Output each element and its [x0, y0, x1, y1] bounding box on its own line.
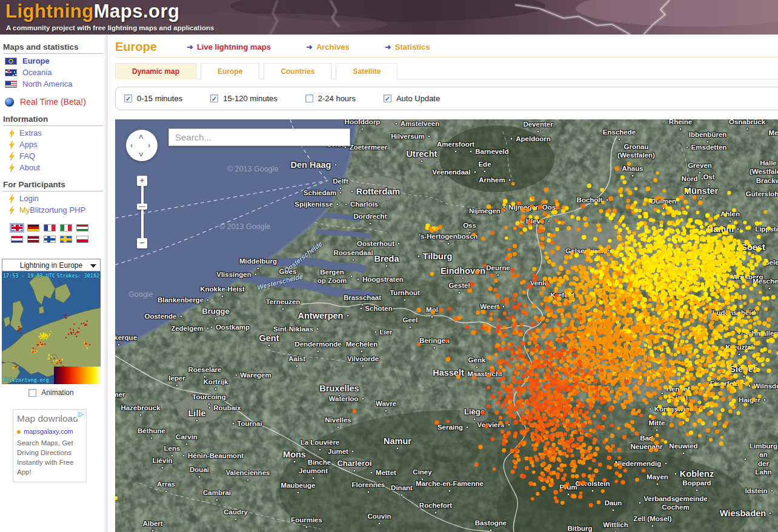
pan-left-icon[interactable]: ‹	[130, 141, 133, 149]
sidebar-link[interactable]: FAQ	[19, 151, 35, 161]
language-flag-gb[interactable]	[11, 224, 23, 231]
nav-link[interactable]: Archives	[316, 42, 350, 52]
minimap-image[interactable]: 17:53 - 19:53 UTC Strokes: 30162 Blitzor…	[2, 271, 101, 384]
city-marker	[118, 344, 121, 347]
city-marker	[336, 203, 339, 206]
language-flag-de[interactable]	[27, 224, 39, 231]
checkbox-checked[interactable]: ✓	[124, 95, 132, 102]
city-marker	[674, 473, 677, 476]
sidebar-link[interactable]: About	[19, 163, 40, 172]
city-marker	[317, 350, 320, 353]
checkbox-checked[interactable]: ✓	[384, 95, 391, 102]
sidebar-item-europe[interactable]: Europe	[5, 56, 108, 65]
map-pan-control[interactable]: ˄ ˅ ‹ ›	[126, 130, 158, 161]
pan-down-icon[interactable]: ˅	[139, 150, 144, 158]
language-flag-fr[interactable]	[44, 224, 56, 231]
city-marker	[504, 210, 507, 213]
sidebar-item-faq[interactable]: FAQ	[5, 151, 108, 161]
nav-item-archives[interactable]: ➜Archives	[306, 42, 350, 52]
zoom-slider-handle[interactable]	[137, 204, 147, 210]
map-label: Cambrai	[203, 488, 231, 497]
minimap-title-dropdown[interactable]: Lightning in Europe	[2, 259, 101, 271]
ad-box[interactable]: ▷ Map download mapsgalaxy.com Search Map…	[13, 409, 87, 482]
pan-up-icon[interactable]: ˄	[139, 133, 144, 141]
nav-item-live-lightning-maps[interactable]: ➜Live lightning maps	[187, 42, 271, 52]
map-label: Nivelles	[325, 416, 351, 424]
animation-toggle[interactable]: Animation	[2, 388, 101, 397]
sidebar-link[interactable]: MyBlitzortung PHP	[19, 205, 85, 214]
zoom-in-button[interactable]: +	[137, 176, 147, 186]
city-marker	[468, 231, 471, 234]
realtime-link[interactable]: Real Time (Beta!)	[20, 97, 86, 107]
map-label: Königswinter	[654, 405, 699, 413]
logo-part-1: Lightning	[5, 1, 94, 22]
sidebar-item-myblitzortung-php[interactable]: MyBlitzortung PHP	[5, 205, 108, 214]
filter-bar: ✓0-15 minutes✓15-120 minutes2-24 hours✓A…	[115, 87, 778, 110]
region-link[interactable]: Oceania	[22, 68, 52, 77]
adchoices-icon[interactable]: ▷	[76, 410, 86, 419]
filter-15-120-minutes[interactable]: ✓15-120 minutes	[210, 94, 278, 103]
ad-title[interactable]: Map download	[17, 413, 82, 424]
animation-checkbox[interactable]	[28, 389, 36, 397]
tab-countries[interactable]: Countries	[264, 63, 331, 79]
language-flag-pl[interactable]	[76, 236, 88, 243]
city-marker	[618, 138, 621, 141]
map-label: Rochefort	[419, 501, 452, 510]
map-label: Wavre	[376, 399, 396, 408]
language-flag-se[interactable]	[60, 236, 72, 243]
site-logo[interactable]: LightningMaps.org	[5, 1, 179, 22]
tab-dynamic-map[interactable]: Dynamic map	[115, 63, 196, 79]
map-label: Oostkamp	[216, 323, 250, 331]
nav-item-statistics[interactable]: ➜Statistics	[385, 42, 430, 52]
sidebar-item-about[interactable]: About	[5, 163, 108, 172]
map-label: Hénin-Beaumont	[188, 451, 244, 460]
animation-label: Animation	[41, 388, 73, 397]
pan-right-icon[interactable]: ›	[148, 141, 150, 149]
map-label: Antwerpen	[298, 310, 344, 321]
map-label: Charleroi	[337, 459, 371, 468]
sidebar-item-oceania[interactable]: Oceania	[5, 68, 108, 77]
filter-0-15-minutes[interactable]: ✓0-15 minutes	[124, 94, 182, 103]
tab-satellite[interactable]: Satellite	[336, 63, 397, 79]
city-marker	[591, 490, 594, 493]
information-links: ExtrasAppsFAQAbout	[0, 128, 108, 172]
checkbox-unchecked[interactable]	[305, 95, 313, 102]
nav-link[interactable]: Statistics	[395, 42, 430, 52]
sidebar-item-login[interactable]: Login	[5, 194, 108, 203]
tab-europe[interactable]: Europe	[201, 63, 259, 79]
city-marker	[508, 179, 511, 182]
map-label: Nijmegen	[469, 207, 500, 215]
city-marker	[297, 491, 300, 494]
filter-auto-update[interactable]: ✓Auto Update	[384, 94, 440, 103]
language-flag-hu[interactable]	[76, 224, 88, 231]
language-flag-nl[interactable]	[11, 236, 23, 243]
language-flag-fi[interactable]	[44, 236, 56, 243]
sidebar-item-north-america[interactable]: North America	[5, 79, 108, 88]
sidebar-link[interactable]: Login	[19, 194, 39, 203]
filter-2-24-hours[interactable]: 2-24 hours	[305, 94, 356, 103]
zoom-out-button[interactable]: −	[137, 238, 147, 248]
city-marker	[151, 530, 155, 532]
language-flag-it[interactable]	[60, 224, 72, 231]
eu-flag-icon	[5, 58, 17, 65]
sidebar-link[interactable]: Extras	[19, 128, 42, 138]
sidebar-item-realtime[interactable]: Real Time (Beta!)	[5, 97, 108, 107]
language-flag-lv[interactable]	[27, 236, 39, 243]
map-label: Zoetermeer	[350, 143, 388, 151]
sidebar-item-apps[interactable]: Apps	[5, 140, 108, 149]
city-marker	[396, 447, 399, 450]
checkbox-checked[interactable]: ✓	[210, 95, 218, 102]
zoom-slider-track[interactable]	[141, 186, 144, 238]
lightning-map[interactable]: HoofddorpAmstelveenHilversumAmersfoortUt…	[115, 119, 778, 532]
sidebar-link[interactable]: Apps	[19, 140, 38, 149]
city-marker	[744, 458, 747, 461]
ad-link[interactable]: mapsgalaxy.com	[17, 428, 82, 435]
sidebar-item-extras[interactable]: Extras	[5, 128, 108, 138]
map-label: Gelsenkirchen	[565, 247, 613, 255]
nav-link[interactable]: Live lightning maps	[197, 42, 271, 52]
region-link[interactable]: Europe	[22, 56, 50, 65]
map-label: Binche	[308, 458, 331, 467]
search-input[interactable]	[168, 128, 350, 146]
region-link[interactable]: North America	[22, 79, 72, 88]
map-label: Schmallenberg	[743, 329, 778, 337]
